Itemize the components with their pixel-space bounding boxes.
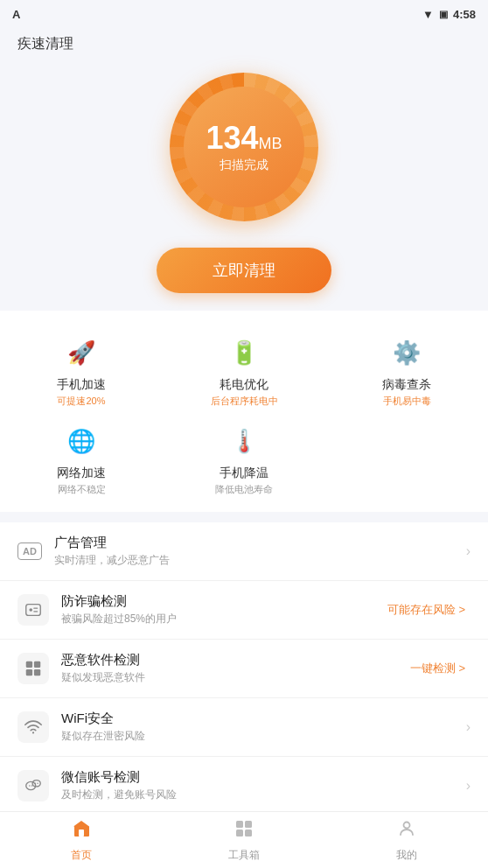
scan-section: 134 MB 扫描完成 [0, 64, 488, 248]
svg-rect-2 [26, 662, 32, 668]
list-item-wifi-title: WiFi安全 [61, 710, 466, 727]
feature-temp-icon: 🌡️ [225, 422, 263, 460]
list-item-wechat[interactable]: 微信账号检测 及时检测，避免账号风险 › [0, 757, 488, 811]
time-display: 4:58 [453, 8, 476, 21]
list-item-malware-subtitle: 疑似发现恶意软件 [61, 670, 410, 685]
list-item-ad-content: 广告管理 实时清理，减少恶意广告 [54, 535, 466, 568]
ad-badge: AD [17, 542, 42, 560]
feature-battery-desc: 后台程序耗电中 [211, 395, 278, 408]
feature-virus-name: 病毒查杀 [382, 377, 431, 393]
page-title: 疾速清理 [0, 28, 488, 64]
nav-tools[interactable]: 工具箱 [163, 818, 325, 863]
list-item-wechat-subtitle: 及时检测，避免账号风险 [61, 788, 466, 802]
svg-point-6 [32, 732, 34, 733]
scan-label: 扫描完成 [220, 158, 268, 173]
feature-network-desc: 网络不稳定 [58, 483, 106, 496]
feature-network[interactable]: 🌐 网络加速 网络不稳定 [0, 415, 163, 503]
svg-rect-24 [236, 830, 243, 836]
list-item-malware[interactable]: 恶意软件检测 疑似发现恶意软件 一键检测 > [0, 640, 488, 698]
scan-circle-inner: 134 MB 扫描完成 [184, 87, 304, 207]
nav-mine-label: 我的 [396, 848, 417, 863]
wifi-security-icon [17, 711, 49, 743]
signal-icon: ▣ [439, 9, 448, 20]
mine-icon [396, 818, 417, 844]
svg-point-11 [35, 783, 36, 784]
scan-unit: MB [259, 135, 282, 153]
malware-icon [17, 653, 49, 684]
nav-tools-label: 工具箱 [228, 848, 260, 863]
scan-circle-outer: 134 MB 扫描完成 [170, 73, 318, 221]
feature-network-name: 网络加速 [57, 466, 106, 481]
wechat-icon [17, 770, 49, 802]
svg-rect-3 [34, 662, 40, 668]
feature-placeholder [325, 415, 488, 503]
list-item-ad[interactable]: AD 广告管理 实时清理，减少恶意广告 › [0, 522, 488, 581]
wifi-icon: ▼ [422, 8, 434, 21]
feature-temp-name: 手机降温 [220, 466, 268, 481]
svg-point-1 [29, 608, 32, 612]
nav-home[interactable]: 首页 [0, 818, 163, 863]
list-item-wechat-title: 微信账号检测 [61, 769, 466, 786]
svg-rect-0 [26, 605, 41, 616]
status-left: A [12, 8, 20, 21]
svg-rect-23 [245, 821, 252, 828]
svg-rect-25 [245, 830, 252, 836]
list-item-wechat-arrow: › [466, 778, 471, 794]
scroll-content: 疾速清理 134 MB 扫描完成 立即清理 🚀 手机加速 可提速20% [0, 28, 488, 811]
feature-battery-icon: 🔋 [225, 333, 263, 372]
svg-rect-21 [79, 830, 84, 836]
fraud-icon [17, 594, 49, 626]
svg-point-12 [37, 783, 38, 784]
list-item-fraud-title: 防诈骗检测 [61, 593, 387, 610]
svg-point-26 [404, 822, 410, 828]
svg-point-9 [29, 785, 30, 786]
list-item-wifi-subtitle: 疑似存在泄密风险 [61, 729, 466, 744]
feature-network-icon: 🌐 [62, 422, 101, 460]
list-item-malware-title: 恶意软件检测 [61, 652, 410, 668]
list-item-ad-subtitle: 实时清理，减少恶意广告 [54, 553, 466, 568]
feature-speedup-name: 手机加速 [57, 377, 106, 393]
feature-speedup[interactable]: 🚀 手机加速 可提速20% [0, 326, 163, 415]
scan-size-group: 134 MB [206, 121, 282, 156]
feature-speedup-desc: 可提速20% [57, 395, 105, 408]
clean-button[interactable]: 立即清理 [157, 248, 331, 293]
svg-point-10 [31, 785, 32, 786]
feature-virus-desc: 手机易中毒 [383, 395, 431, 408]
list-item-malware-action[interactable]: 一键检测 > [410, 661, 465, 676]
feature-battery-name: 耗电优化 [220, 377, 268, 393]
feature-virus[interactable]: ⚙️ 病毒查杀 手机易中毒 [325, 326, 488, 415]
bottom-nav: 首页 工具箱 我的 [0, 811, 488, 868]
list-item-fraud-action[interactable]: 可能存在风险 > [387, 602, 465, 618]
status-bar: A ▼ ▣ 4:58 [0, 0, 488, 28]
features-section: 🚀 手机加速 可提速20% 🔋 耗电优化 后台程序耗电中 ⚙️ 病毒查杀 手机易… [0, 311, 488, 512]
list-item-wifi[interactable]: WiFi安全 疑似存在泄密风险 › [0, 698, 488, 757]
app-icon: A [12, 8, 20, 21]
list-item-malware-content: 恶意软件检测 疑似发现恶意软件 [61, 652, 410, 685]
nav-mine[interactable]: 我的 [325, 818, 488, 863]
svg-rect-22 [236, 821, 243, 828]
list-item-fraud-content: 防诈骗检测 被骗风险超过85%的用户 [61, 593, 387, 626]
list-item-ad-title: 广告管理 [54, 535, 466, 551]
scan-size: 134 [206, 121, 258, 156]
clean-btn-section: 立即清理 [0, 248, 488, 311]
svg-point-8 [32, 780, 40, 787]
status-right: ▼ ▣ 4:58 [422, 8, 476, 21]
list-item-wifi-arrow: › [466, 719, 471, 735]
feature-temp[interactable]: 🌡️ 手机降温 降低电池寿命 [163, 415, 325, 503]
svg-rect-5 [34, 669, 40, 676]
list-item-ad-arrow: › [466, 543, 471, 559]
list-item-fraud[interactable]: 防诈骗检测 被骗风险超过85%的用户 可能存在风险 > [0, 581, 488, 640]
list-section: AD 广告管理 实时清理，减少恶意广告 › 防诈骗检测 被骗风险超过85%的用户… [0, 522, 488, 811]
tools-icon [234, 818, 254, 844]
list-item-wifi-content: WiFi安全 疑似存在泄密风险 [61, 710, 466, 744]
svg-rect-4 [26, 669, 32, 676]
features-grid-row2: 🌐 网络加速 网络不稳定 🌡️ 手机降温 降低电池寿命 [0, 415, 488, 503]
home-icon [71, 818, 92, 844]
feature-battery[interactable]: 🔋 耗电优化 后台程序耗电中 [163, 326, 325, 415]
list-item-wechat-content: 微信账号检测 及时检测，避免账号风险 [61, 769, 466, 802]
list-item-fraud-subtitle: 被骗风险超过85%的用户 [61, 612, 387, 626]
nav-home-label: 首页 [71, 848, 92, 863]
feature-virus-icon: ⚙️ [387, 333, 426, 372]
feature-speedup-icon: 🚀 [62, 333, 101, 372]
feature-temp-desc: 降低电池寿命 [215, 483, 273, 496]
